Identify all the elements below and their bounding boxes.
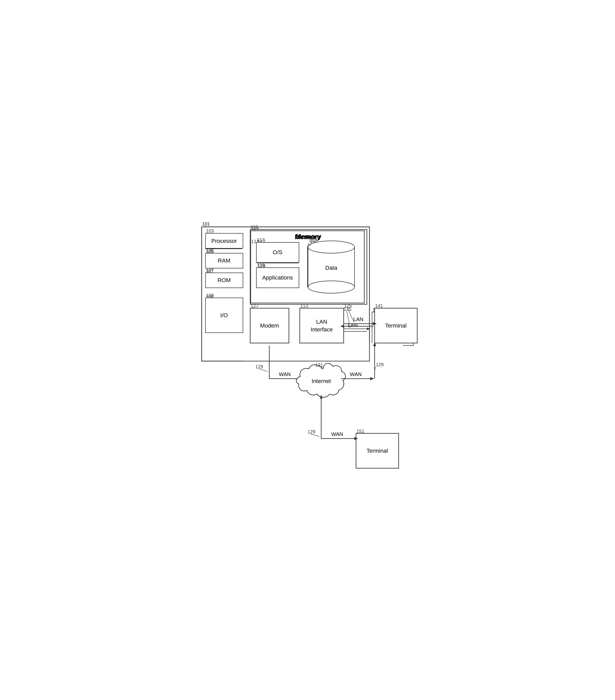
wan-label-right: WAN [350, 372, 362, 377]
lan-arrow-label-2: LAN [354, 316, 364, 322]
io-label-2: I/O [220, 312, 228, 318]
rom-ref-2: 107 [206, 268, 214, 273]
terminal2-label: Terminal [366, 448, 388, 454]
io-ref-2: 109 [206, 293, 214, 298]
svg-point-90 [308, 281, 355, 293]
diagram-container: 101 103 Processor 105 RAM 107 ROM 109 I/… [191, 214, 424, 486]
wan-label-bottom: WAN [331, 431, 343, 437]
lan-interface-label-3: LAN [316, 318, 328, 325]
ram-label-2: RAM [218, 257, 231, 264]
data-ref-2: 111 [309, 237, 317, 242]
wan-label-left-2: WAN [279, 372, 291, 377]
terminal1-ref-2: 141 [375, 303, 383, 309]
wan-ref-129-right: 129 [376, 362, 384, 367]
data-label-2: Data [325, 265, 337, 271]
terminal1-label-2: Terminal [385, 322, 406, 329]
wan-ref-129-bottom: 129 [308, 429, 315, 434]
wan-ref-129-left: 129 [255, 364, 263, 370]
main-box-ref-2: 101 [202, 222, 210, 227]
terminal2-ref: 151 [357, 429, 364, 434]
os-label-2: O/S [273, 249, 282, 255]
internet-label-2: Internet [312, 378, 331, 384]
rom-label-2: ROM [218, 277, 231, 284]
internet-ref-2: 131 [315, 363, 323, 368]
memory-ref-2: 115 [250, 225, 258, 230]
os-ref-2: 117 [257, 237, 265, 242]
proc-ref: 103 [206, 228, 214, 234]
proc-label: Processor [211, 238, 237, 244]
apps-label: Applications [262, 274, 293, 281]
apps-ref: 119 [257, 263, 265, 268]
lan-interface-label-4: Interface [311, 326, 333, 333]
svg-point-89 [308, 241, 355, 253]
svg-rect-56 [300, 308, 344, 343]
modem-label-2: Modem [260, 322, 279, 329]
ram-ref-2: 105 [206, 248, 214, 253]
